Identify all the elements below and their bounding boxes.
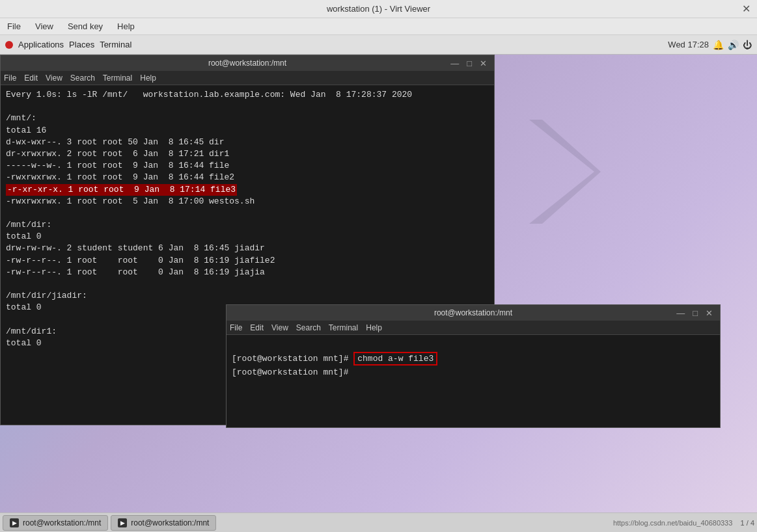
virt-viewer-title-bar: workstation (1) - Virt Viewer ✕: [0, 0, 757, 18]
taskbar-right: https://blog.csdn.net/baidu_40680333 1 /…: [613, 519, 754, 527]
term1-mntdir-label: /mnt/dir:: [6, 220, 51, 230]
watermark-text: https://blog.csdn.net/baidu_40680333: [613, 519, 732, 527]
term2-menu-edit[interactable]: Edit: [250, 323, 264, 332]
term1-dir1-line: dr-xrwxrwx. 2 root root 6 Jan 8 17:21 di…: [6, 149, 229, 159]
taskbar-icon-2: ▶: [118, 518, 127, 527]
page-indicator: 1 / 4: [741, 519, 754, 527]
term1-file2-line: -rwxrwxrwx. 1 root root 9 Jan 8 16:44 fi…: [6, 172, 234, 182]
terminal-2-body[interactable]: [root@workstation mnt]# chmod a-w file3 …: [227, 335, 720, 427]
term1-file-line: -----w--w-. 1 root root 9 Jan 8 16:44 fi…: [6, 161, 229, 170]
terminal-2-title-bar: root@workstation:/mnt — □ ✕: [227, 305, 720, 321]
term1-mntdirjiadir-label: /mnt/dir/jiadir:: [6, 291, 87, 300]
term1-total4: total 0: [6, 338, 42, 348]
terminal-2-minimize[interactable]: —: [674, 308, 687, 318]
menu-help[interactable]: Help: [113, 20, 139, 33]
terminal-1-minimize[interactable]: —: [448, 59, 461, 68]
term2-menu-file[interactable]: File: [230, 323, 242, 332]
terminal-2-maximize[interactable]: □: [691, 308, 700, 318]
term2-prompt2: [root@workstation mnt]#: [232, 366, 715, 380]
taskbar-label-1: root@workstation:/mnt: [23, 518, 101, 527]
term1-menu-file[interactable]: File: [4, 73, 16, 83]
term2-menu-search[interactable]: Search: [296, 323, 321, 332]
menu-file[interactable]: File: [3, 20, 25, 33]
bg-decoration: [497, 107, 627, 237]
app-bar-right: Wed 17:28 🔔 🔊 ⏻: [668, 40, 752, 50]
terminal-2-menu: File Edit View Search Terminal Help: [227, 321, 720, 335]
term1-menu-terminal[interactable]: Terminal: [103, 73, 132, 83]
power-icon[interactable]: ⏻: [743, 40, 752, 50]
term1-mntdir1-label: /mnt/dir1:: [6, 326, 57, 336]
places-menu[interactable]: Places: [69, 40, 94, 49]
term2-prompt-text2: [root@workstation mnt]#: [232, 367, 348, 377]
terminal-2-controls: — □ ✕: [674, 308, 715, 318]
applications-menu[interactable]: Applications: [18, 40, 64, 49]
term2-prompt-text1: [root@workstation mnt]#: [232, 354, 348, 364]
gnome-top-bar: Applications Places Terminal Wed 17:28 🔔…: [0, 35, 757, 55]
term1-westos-line: -rwxrwxrwx. 1 root root 5 Jan 8 17:00 we…: [6, 196, 255, 206]
term1-menu-edit[interactable]: Edit: [24, 73, 38, 83]
term1-jiadir-line: drw-rw-rw-. 2 student student 6 Jan 8 16…: [6, 243, 265, 253]
term1-menu-search[interactable]: Search: [70, 73, 95, 83]
app-bar-left: Applications Places Terminal: [5, 40, 131, 49]
terminal-menu[interactable]: Terminal: [100, 40, 131, 49]
taskbar-label-2: root@workstation:/mnt: [131, 518, 209, 527]
system-time: Wed 17:28: [668, 40, 709, 49]
term1-file3-line: -r-xr-xr-x. 1 root root 9 Jan 8 17:14 fi…: [6, 184, 237, 196]
term1-jiafile2-line: -rw-r--r--. 1 root root 0 Jan 8 16:19 ji…: [6, 256, 275, 265]
terminal-2-title: root@workstation:/mnt: [434, 308, 512, 317]
terminal-1-close[interactable]: ✕: [478, 59, 489, 68]
taskbar-icon-1: ▶: [10, 518, 19, 527]
terminal-window-2: root@workstation:/mnt — □ ✕ File Edit Vi…: [226, 304, 721, 428]
terminal-2-close[interactable]: ✕: [704, 308, 715, 318]
term1-watch-line: Every 1.0s: ls -lR /mnt/ workstation.lab…: [6, 90, 412, 100]
term2-menu-terminal[interactable]: Terminal: [329, 323, 358, 332]
term1-total3: total 0: [6, 302, 42, 312]
term1-mnt-label: /mnt/:: [6, 113, 36, 123]
term2-menu-help[interactable]: Help: [366, 323, 382, 332]
window-title: workstation (1) - Virt Viewer: [327, 4, 430, 14]
terminal-1-menu: File Edit View Search Terminal Help: [1, 71, 494, 85]
term2-command[interactable]: chmod a-w file3: [353, 352, 437, 366]
volume-icon[interactable]: 🔊: [728, 40, 739, 50]
term1-jiajia-line: -rw-r--r--. 1 root root 0 Jan 8 16:19 ji…: [6, 267, 265, 277]
taskbar: ▶ root@workstation:/mnt ▶ root@workstati…: [0, 512, 757, 532]
terminal-1-maximize[interactable]: □: [465, 59, 474, 68]
close-button[interactable]: ✕: [742, 3, 750, 15]
svg-marker-0: [529, 120, 601, 224]
network-icon[interactable]: 🔔: [713, 40, 724, 50]
term1-total2: total 0: [6, 232, 42, 241]
menu-sendkey[interactable]: Send key: [64, 20, 107, 33]
app-dot: [5, 41, 13, 49]
terminal-1-controls: — □ ✕: [448, 59, 489, 68]
term2-prompt1: [root@workstation mnt]# chmod a-w file3: [232, 339, 715, 366]
term1-menu-help[interactable]: Help: [140, 73, 156, 83]
terminal-1-title-bar: root@workstation:/mnt — □ ✕: [1, 55, 494, 71]
terminal-1-title: root@workstation:/mnt: [208, 59, 286, 68]
term1-menu-view[interactable]: View: [46, 73, 62, 83]
term1-dir-line: d-wx-wxr--. 3 root root 50 Jan 8 16:45 d…: [6, 137, 224, 147]
menu-view[interactable]: View: [31, 20, 57, 33]
taskbar-item-1[interactable]: ▶ root@workstation:/mnt: [3, 515, 108, 531]
term2-menu-view[interactable]: View: [271, 323, 288, 332]
taskbar-item-2[interactable]: ▶ root@workstation:/mnt: [111, 515, 216, 531]
term1-total: total 16: [6, 126, 46, 135]
virt-viewer-menu-bar: File View Send key Help: [0, 18, 757, 35]
